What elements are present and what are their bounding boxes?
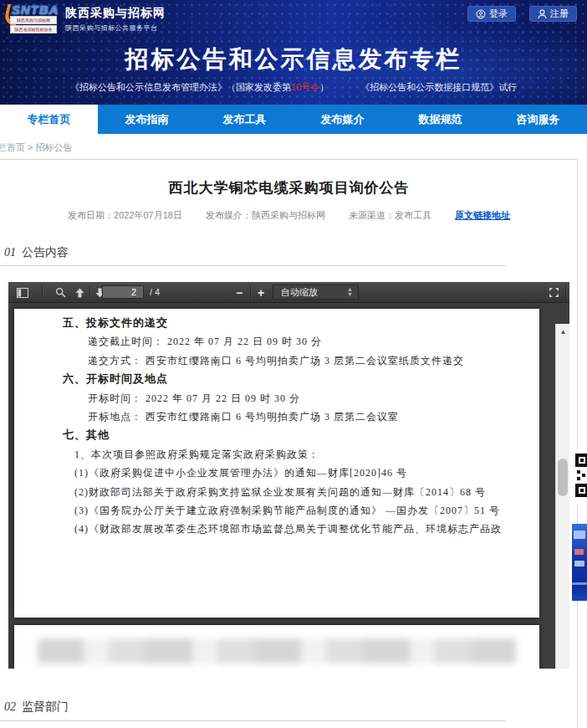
pdf-toolbar: / 4 − + 自动缩放 ▲▼: [8, 282, 569, 303]
select-arrows-icon: ▲▼: [347, 287, 353, 297]
logo-box-2: 陕西省招标投标协会: [10, 25, 57, 33]
nav-tab[interactable]: 咨询服务: [489, 105, 587, 134]
pdf-text-line: (2)财政部司法部关于政府采购支持监狱企业发展有关问题的通知—财库〔2014〕6…: [63, 483, 528, 501]
nav-tab[interactable]: 专栏首页: [0, 105, 98, 134]
pdf-page-2: 五、投标文件的递交递交截止时间： 2022 年 07 月 22 日 09 时 3…: [14, 309, 539, 618]
article-meta: 发布日期：2022年07月18日 发布媒介：陕西采购与招标网 来源渠道：发布工具…: [0, 209, 578, 222]
section-divider: [0, 720, 506, 721]
nav-tab[interactable]: 发布媒介: [294, 105, 391, 134]
zoom-out-button[interactable]: −: [232, 282, 246, 303]
login-button[interactable]: 登录: [467, 6, 516, 22]
meta-media: 发布媒介：陕西采购与招标网: [206, 209, 325, 222]
pdf-text-line: 五、投标文件的递交: [63, 314, 528, 332]
site-subtitle: 陕西采购与招标公共服务平台: [65, 23, 166, 33]
pdf-viewer: / 4 − + 自动缩放 ▲▼ 五、投标文件的递交递交截止时间： 2022 年 …: [8, 282, 569, 669]
pdf-text-line: 递交截止时间： 2022 年 07 月 22 日 09 时 30 分: [63, 332, 528, 351]
pdf-text-line: (1)《政府采购促进中小企业发展管理办法》的通知—财库[2020]46 号: [63, 464, 528, 482]
sidebar-toggle-button[interactable]: [13, 282, 32, 303]
page: SNTBA 陕西采购与招标网 陕西省招标投标协会 陕西采购与招标网 陕西采购与招…: [0, 0, 587, 728]
meta-publish-date: 发布日期：2022年07月18日: [68, 209, 182, 222]
nav-tab[interactable]: 发布工具: [196, 105, 294, 134]
page-title: 西北大学铜芯电缆采购项目询价公告: [0, 178, 578, 197]
banner-notices: 《招标公告和公示信息发布管理办法》（国家发改委第10号令）《招标公告和公示数据接…: [0, 81, 587, 94]
nav-tab[interactable]: 数据规范: [391, 105, 489, 134]
pdf-text-line: 递交方式： 西安市红缨路南口 6 号均明拍卖广场 3 层第二会议室纸质文件递交: [63, 351, 528, 370]
pdf-text-line: 1、本次项目参照政府采购规定落实政府采购政策：: [63, 445, 528, 464]
qr-code-widget[interactable]: [571, 449, 587, 508]
header-banner: SNTBA 陕西采购与招标网 陕西省招标投标协会 陕西采购与招标网 陕西采购与招…: [0, 0, 587, 105]
zoom-select[interactable]: 自动缩放 ▲▼: [273, 285, 359, 300]
qr-code-icon: [571, 449, 587, 505]
notice-left[interactable]: 《招标公告和公示信息发布管理办法》（国家发改委第10号令）: [70, 82, 329, 92]
breadcrumb[interactable]: 专栏首页 > 招标公告: [0, 141, 73, 154]
floating-banner[interactable]: [572, 524, 587, 601]
nav-tab[interactable]: 发布指南: [98, 105, 196, 134]
pdf-text-line: (4)《财政部发展改革委生态环境部市场监督总局关于调整优化节能产品、环境标志产品…: [63, 520, 528, 538]
logo-mark: SNTBA 陕西采购与招标网 陕西省招标投标协会: [5, 3, 59, 33]
pdf-text-line: 开标地点： 西安市红缨路南口 6 号均明拍卖广场 3 层第二会议室: [63, 408, 528, 426]
zoom-in-button[interactable]: +: [254, 282, 268, 303]
logo-box-1: 陕西采购与招标网: [10, 16, 57, 24]
section-heading-supervision: 02监督部门: [4, 700, 69, 715]
login-label: 登录: [489, 8, 508, 20]
pdf-scrollbar[interactable]: ▲ ▼: [555, 324, 569, 669]
search-button[interactable]: [52, 282, 69, 303]
pdf-canvas-area: 五、投标文件的递交递交截止时间： 2022 年 07 月 22 日 09 时 3…: [8, 303, 569, 669]
scroll-up-arrow[interactable]: ▲: [556, 328, 569, 336]
page-number-input[interactable]: [102, 285, 144, 299]
pdf-text-line: 七、其他: [63, 426, 528, 444]
page-total: / 4: [150, 287, 160, 297]
notice-red-number: 10号令: [291, 82, 319, 92]
user-circle-icon: [476, 9, 486, 19]
register-button[interactable]: 注册: [529, 6, 577, 22]
site-title: 陕西采购与招标网: [65, 6, 166, 21]
pdf-text-line: 六、开标时间及地点: [63, 370, 528, 388]
user-icon: [538, 9, 547, 19]
pdf-text-line: 开标时间： 2022 年 07 月 22 日 09 时 30 分: [63, 389, 528, 408]
section-divider: [0, 265, 506, 266]
pdf-page-3-blurred-content: [38, 638, 516, 664]
site-logo[interactable]: SNTBA 陕西采购与招标网 陕西省招标投标协会 陕西采购与招标网 陕西采购与招…: [5, 3, 166, 33]
pdf-page-2-text: 五、投标文件的递交递交截止时间： 2022 年 07 月 22 日 09 时 3…: [63, 314, 528, 539]
banner-title: 招标公告和公示信息发布专栏: [0, 44, 587, 75]
main-nav: 专栏首页发布指南发布工具发布媒介数据规范咨询服务: [0, 105, 587, 134]
fullscreen-button[interactable]: [545, 282, 562, 303]
scrollbar-thumb[interactable]: [558, 459, 568, 496]
pdf-text-line: (3)《国务院办公厅关于建立政府强制采购节能产品制度的通知》 —国办发〔2007…: [63, 501, 528, 520]
origin-link[interactable]: 原文链接地址: [455, 209, 510, 222]
register-label: 注册: [550, 8, 569, 20]
pdf-page-3: [14, 625, 539, 669]
previous-page-button[interactable]: [72, 282, 87, 303]
breadcrumb-bar: 专栏首页 > 招标公告: [0, 134, 587, 159]
logo-letters: SNTBA: [12, 3, 59, 17]
notice-right[interactable]: 《招标公告和公示数据接口规范》试行: [360, 82, 517, 92]
meta-source: 来源渠道：发布工具: [349, 209, 431, 222]
section-heading-announcement: 01公告内容: [4, 245, 69, 260]
